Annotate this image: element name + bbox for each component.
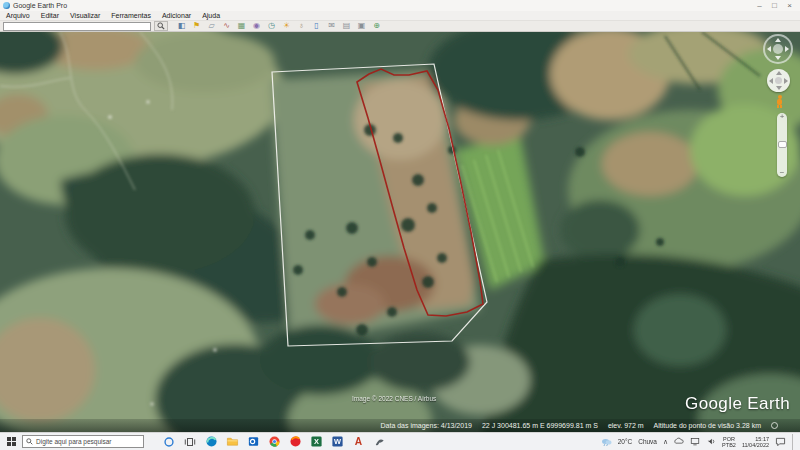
compass-control[interactable]: [763, 34, 793, 64]
word-icon[interactable]: W: [330, 435, 344, 449]
save-image-icon[interactable]: ▣: [356, 21, 367, 31]
sunlight-icon[interactable]: ☀: [281, 21, 292, 31]
look-up-arrow-icon[interactable]: [775, 38, 781, 42]
onedrive-tray-icon[interactable]: [674, 437, 684, 446]
excel-icon[interactable]: X: [309, 435, 323, 449]
taskbar-search-input[interactable]: Digite aqui para pesquisar: [22, 435, 144, 448]
close-button[interactable]: ×: [782, 0, 797, 11]
move-up-arrow-icon[interactable]: [776, 71, 782, 75]
weather-temperature[interactable]: 20°C: [618, 438, 633, 445]
svg-text:X: X: [314, 437, 319, 446]
ruler-icon[interactable]: ▯: [311, 21, 322, 31]
add-placemark-icon[interactable]: ⚑: [191, 21, 202, 31]
menu-visualizar[interactable]: Visualizar: [70, 12, 100, 19]
look-left-arrow-icon[interactable]: [767, 46, 771, 52]
firefox-icon[interactable]: [288, 435, 302, 449]
look-right-arrow-icon[interactable]: [785, 46, 789, 52]
minimize-button[interactable]: –: [752, 0, 767, 11]
clock-date: 11/04/2022: [742, 442, 769, 448]
maximize-button[interactable]: □: [767, 0, 782, 11]
zoom-out-button[interactable]: −: [780, 169, 785, 177]
zoom-slider[interactable]: + −: [777, 113, 787, 177]
compass-center: [773, 44, 783, 54]
language-code: POR: [722, 436, 736, 442]
task-view-icon[interactable]: [183, 435, 197, 449]
status-bar: Data das imagens: 4/13/2019 22 J 300481.…: [0, 419, 800, 432]
search-input[interactable]: [3, 22, 151, 31]
gray-app-icon[interactable]: [372, 435, 386, 449]
weather-icon: [601, 437, 612, 446]
outlook-icon[interactable]: [246, 435, 260, 449]
move-right-arrow-icon[interactable]: [784, 78, 788, 84]
taskbar-search-icon: [26, 438, 33, 445]
menu-adicionar[interactable]: Adicionar: [162, 12, 191, 19]
add-path-icon[interactable]: ∿: [221, 21, 232, 31]
search-icon: [157, 22, 165, 30]
menu-bar: Arquivo Editar Visualizar Ferramentas Ad…: [0, 11, 800, 21]
pegman-icon[interactable]: [775, 95, 784, 108]
menu-ajuda[interactable]: Ajuda: [202, 12, 220, 19]
move-down-arrow-icon[interactable]: [776, 86, 782, 90]
cortana-icon[interactable]: [162, 435, 176, 449]
elevation-readout: elev. 972 m: [608, 422, 644, 429]
language-indicator[interactable]: POR PTB2: [722, 436, 736, 448]
zoom-in-button[interactable]: +: [780, 113, 785, 121]
look-down-arrow-icon[interactable]: [775, 56, 781, 60]
move-left-arrow-icon[interactable]: [769, 78, 773, 84]
hidden-icons-chevron[interactable]: ∧: [663, 438, 668, 446]
network-tray-icon[interactable]: [690, 437, 700, 446]
pointer-coordinates: 22 J 300481.65 m E 6999699.81 m S: [482, 422, 598, 429]
imagery-copyright: Image © 2022 CNES / Airbus: [352, 395, 436, 402]
windows-logo-icon: [7, 437, 16, 446]
file-explorer-icon[interactable]: [225, 435, 239, 449]
menu-editar[interactable]: Editar: [41, 12, 59, 19]
search-button[interactable]: [154, 21, 168, 31]
window-title: Google Earth Pro: [13, 2, 67, 9]
volume-tray-icon[interactable]: [706, 437, 716, 446]
title-bar: Google Earth Pro – □ ×: [0, 0, 800, 11]
imagery-date: Data das imagens: 4/13/2019: [380, 422, 471, 429]
joystick-center: [775, 77, 782, 84]
windows-taskbar: Digite aqui para pesquisar: [0, 432, 800, 450]
clock[interactable]: 15:17 11/04/2022: [742, 436, 769, 448]
autocad-icon[interactable]: A: [351, 435, 365, 449]
print-icon[interactable]: ▤: [341, 21, 352, 31]
add-image-overlay-icon[interactable]: ▦: [236, 21, 247, 31]
svg-text:W: W: [334, 437, 341, 446]
historical-imagery-icon[interactable]: ◷: [266, 21, 277, 31]
action-center-icon[interactable]: [775, 437, 786, 447]
map-viewport[interactable]: + − ⌂ Image © 2022 CNES / Airbus Google …: [0, 32, 800, 432]
toggle-sidebar-icon[interactable]: ◧: [176, 21, 187, 31]
eye-altitude-readout: Altitude do ponto de visão 3.28 km: [654, 422, 761, 429]
weather-condition[interactable]: Chuva: [638, 438, 657, 445]
zoom-slider-handle[interactable]: [778, 141, 787, 148]
toolbar: ◧ ⚑ ▱ ∿ ▦ ◉ ◷ ☀ ♁ ▯ ✉ ▤ ▣ ⊕: [0, 21, 800, 32]
google-earth-app-icon: [3, 2, 10, 9]
svg-text:A: A: [354, 436, 362, 447]
keyboard-layout: PTB2: [722, 442, 736, 448]
move-joystick-control[interactable]: [767, 69, 790, 92]
start-button[interactable]: [0, 437, 22, 446]
google-earth-logo: Google Earth: [685, 394, 790, 414]
taskbar-search-placeholder: Digite aqui para pesquisar: [36, 438, 112, 445]
planets-icon[interactable]: ♁: [296, 21, 307, 31]
status-indicator-icon: [771, 422, 778, 429]
menu-arquivo[interactable]: Arquivo: [6, 12, 30, 19]
google-earth-window: Google Earth Pro – □ × Arquivo Editar Vi…: [0, 0, 800, 450]
view-in-google-maps-icon[interactable]: ⊕: [371, 21, 382, 31]
record-tour-icon[interactable]: ◉: [251, 21, 262, 31]
satellite-imagery: [0, 32, 800, 432]
edge-icon[interactable]: [204, 435, 218, 449]
show-desktop-button[interactable]: [792, 434, 795, 450]
add-polygon-icon[interactable]: ▱: [206, 21, 217, 31]
email-icon[interactable]: ✉: [326, 21, 337, 31]
menu-ferramentas[interactable]: Ferramentas: [111, 12, 151, 19]
chrome-icon[interactable]: [267, 435, 281, 449]
